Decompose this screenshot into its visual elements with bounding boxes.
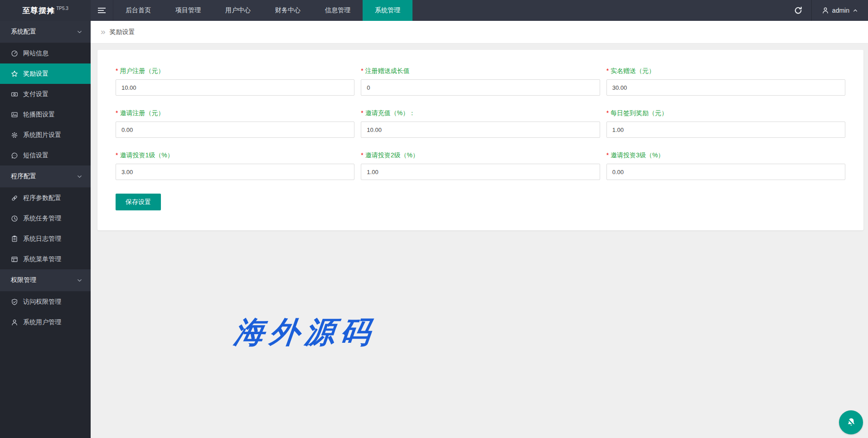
- sidebar-item-label: 奖励设置: [23, 70, 48, 78]
- breadcrumb-bar: » 奖励设置: [91, 21, 868, 44]
- notification-fab[interactable]: [839, 410, 863, 434]
- sidebar-section-system-config[interactable]: 系统配置: [0, 21, 91, 43]
- required-asterisk: *: [116, 67, 118, 74]
- realname-bonus-input[interactable]: [606, 79, 845, 96]
- required-asterisk: *: [361, 109, 363, 117]
- field-label: *实名赠送（元）: [606, 67, 845, 75]
- breadcrumb: 奖励设置: [110, 28, 135, 36]
- field-realname-bonus: *实名赠送（元）: [606, 67, 845, 96]
- refresh-button[interactable]: [785, 0, 811, 21]
- hamburger-icon: [98, 7, 106, 14]
- chevron-up-icon: [853, 8, 858, 13]
- sidebar-item-label: 网站信息: [23, 49, 48, 58]
- gear-icon: [11, 131, 18, 139]
- sidebar-item-website-info[interactable]: 网站信息: [0, 43, 91, 63]
- section-title: 系统配置: [11, 28, 77, 36]
- menu-toggle-button[interactable]: [91, 0, 113, 21]
- topbar: 至尊摆摊 TP5.3 后台首页 项目管理 用户中心 财务中心 信息管理 系统管理…: [0, 0, 868, 21]
- bell-slash-icon: [845, 417, 857, 428]
- dashboard-icon: [11, 50, 18, 57]
- nav-item-home[interactable]: 后台首页: [113, 0, 163, 21]
- content-area: *用户注册（元） *注册赠送成长值 *实名赠送（元） *邀请注册（元） *邀请充…: [91, 50, 868, 438]
- sidebar-item-task-management[interactable]: 系统任务管理: [0, 208, 91, 229]
- nav-item-users[interactable]: 用户中心: [213, 0, 263, 21]
- nav-item-finance[interactable]: 财务中心: [263, 0, 313, 21]
- required-asterisk: *: [361, 151, 363, 159]
- required-asterisk: *: [116, 109, 118, 117]
- invite-invest-level1-input[interactable]: [116, 164, 354, 180]
- invite-register-input[interactable]: [116, 122, 354, 138]
- sidebar-item-label: 系统图片设置: [23, 131, 61, 139]
- required-asterisk: *: [606, 151, 609, 159]
- nav-item-projects[interactable]: 项目管理: [163, 0, 213, 21]
- clock-icon: [11, 215, 18, 222]
- field-invite-recharge: *邀请充值（%）：: [361, 109, 600, 138]
- top-navigation: 后台首页 项目管理 用户中心 财务中心 信息管理 系统管理: [113, 0, 412, 21]
- sidebar-section-permission-management[interactable]: 权限管理: [0, 269, 91, 292]
- sidebar-item-carousel-settings[interactable]: 轮播图设置: [0, 104, 91, 125]
- image-icon: [11, 111, 18, 118]
- field-label: *邀请投资2级（%）: [361, 151, 600, 160]
- field-invite-invest-level1: *邀请投资1级（%）: [116, 151, 354, 180]
- invite-invest-level3-input[interactable]: [606, 164, 845, 180]
- refresh-icon: [794, 6, 802, 15]
- reward-settings-form: *用户注册（元） *注册赠送成长值 *实名赠送（元） *邀请注册（元） *邀请充…: [97, 50, 863, 230]
- sidebar-item-payment-settings[interactable]: 支付设置: [0, 84, 91, 104]
- sidebar-item-label: 系统任务管理: [23, 214, 61, 223]
- sidebar-item-access-permissions[interactable]: 访问权限管理: [0, 292, 91, 312]
- app-logo: 至尊摆摊 TP5.3: [0, 0, 91, 21]
- sidebar-item-system-users[interactable]: 系统用户管理: [0, 312, 91, 332]
- user-register-input[interactable]: [116, 79, 354, 96]
- field-invite-register: *邀请注册（元）: [116, 109, 354, 138]
- nav-item-info[interactable]: 信息管理: [313, 0, 363, 21]
- required-asterisk: *: [606, 109, 609, 117]
- daily-signin-reward-input[interactable]: [606, 122, 845, 138]
- menu-layout-icon: [11, 256, 18, 263]
- sidebar-item-menu-management[interactable]: 系统菜单管理: [0, 249, 91, 269]
- money-icon: [11, 91, 18, 98]
- required-asterisk: *: [116, 151, 118, 159]
- field-invite-invest-level3: *邀请投资3级（%）: [606, 151, 845, 180]
- main-area: » 奖励设置 *用户注册（元） *注册赠送成长值 *实名赠送（元） *邀请注册（: [91, 21, 868, 438]
- field-label: *邀请投资1级（%）: [116, 151, 354, 160]
- sidebar-item-system-images[interactable]: 系统图片设置: [0, 125, 91, 145]
- form-grid: *用户注册（元） *注册赠送成长值 *实名赠送（元） *邀请注册（元） *邀请充…: [116, 67, 845, 194]
- user-icon: [11, 319, 18, 326]
- clipboard-icon: [11, 235, 18, 243]
- field-label: *邀请注册（元）: [116, 109, 354, 117]
- sidebar-item-sms-settings[interactable]: 短信设置: [0, 145, 91, 165]
- sidebar-section-program-config[interactable]: 程序配置: [0, 165, 91, 188]
- field-user-register: *用户注册（元）: [116, 67, 354, 96]
- field-label: *注册赠送成长值: [361, 67, 600, 75]
- sidebar-item-reward-settings[interactable]: 奖励设置: [0, 63, 91, 84]
- nav-item-system[interactable]: 系统管理: [363, 0, 412, 21]
- person-icon: [822, 7, 829, 14]
- link-icon: [11, 195, 18, 202]
- section-title: 权限管理: [11, 276, 77, 284]
- shield-check-icon: [11, 298, 18, 306]
- invite-invest-level2-input[interactable]: [361, 164, 600, 180]
- field-daily-signin-reward: *每日签到奖励（元）: [606, 109, 845, 138]
- sidebar-item-label: 系统用户管理: [23, 318, 61, 326]
- star-icon: [11, 70, 18, 78]
- sidebar-item-log-management[interactable]: 系统日志管理: [0, 229, 91, 249]
- chevron-down-icon: [77, 174, 82, 180]
- field-invite-invest-level2: *邀请投资2级（%）: [361, 151, 600, 180]
- chevron-down-icon: [77, 29, 82, 35]
- topbar-spacer: [412, 0, 785, 21]
- user-menu[interactable]: admin: [812, 0, 868, 21]
- message-icon: [11, 152, 18, 159]
- save-button[interactable]: 保存设置: [116, 194, 161, 210]
- user-name: admin: [832, 7, 849, 14]
- sidebar-item-label: 系统日志管理: [23, 235, 61, 243]
- sidebar-item-label: 访问权限管理: [23, 298, 61, 306]
- invite-recharge-input[interactable]: [361, 122, 600, 138]
- section-title: 程序配置: [11, 172, 77, 180]
- register-growth-input[interactable]: [361, 79, 600, 96]
- field-register-growth: *注册赠送成长值: [361, 67, 600, 96]
- required-asterisk: *: [606, 67, 609, 74]
- app-title: 至尊摆摊: [22, 5, 55, 16]
- sidebar-item-program-params[interactable]: 程序参数配置: [0, 188, 91, 208]
- field-label: *每日签到奖励（元）: [606, 109, 845, 117]
- field-label: *邀请充值（%）：: [361, 109, 600, 117]
